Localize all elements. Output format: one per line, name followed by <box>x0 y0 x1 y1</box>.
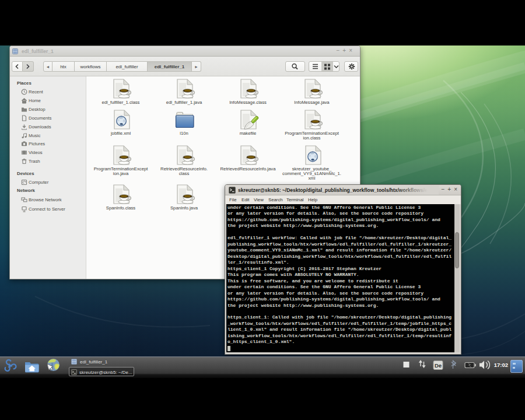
svg-text:De: De <box>435 362 442 369</box>
